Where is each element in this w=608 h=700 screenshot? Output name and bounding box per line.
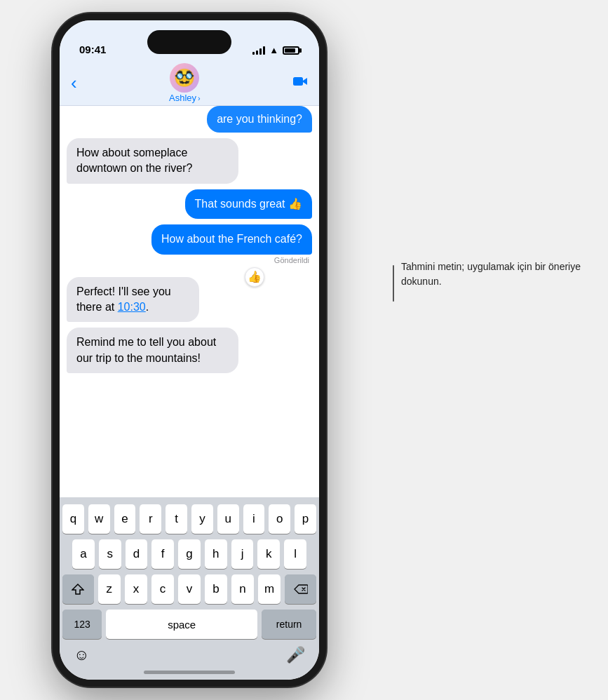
keyboard-row-1: q w e r t y u i o p [62,504,316,534]
key-h[interactable]: h [205,539,227,569]
key-r[interactable]: r [140,504,161,534]
key-l[interactable]: l [284,539,306,569]
key-f[interactable]: f [151,539,174,569]
delivered-label: Gönderildi [274,256,312,264]
signal-icon [252,46,265,55]
message-bubble: How about the French café? [151,224,312,254]
key-g[interactable]: g [178,539,201,569]
message-text: are you thinking? [217,113,302,125]
annotation-area: Tahmini metin; uygulamak için bir öneriy… [393,260,596,302]
message-text: Perfect! I'll see you there at 10:30. [76,285,171,313]
video-call-button[interactable] [292,75,308,91]
message-bubble: That sounds great 👍 [185,189,312,219]
home-indicator [144,671,235,674]
time-link[interactable]: 10:30 [118,301,146,313]
message-text: Remind me to tell you about our trip to … [76,336,216,363]
key-p[interactable]: p [295,504,316,534]
key-e[interactable]: e [114,504,136,534]
message-text: How about the French café? [161,233,302,245]
svg-rect-0 [293,77,303,86]
avatar-emoji: 🥸 [174,68,195,88]
numbers-key[interactable]: 123 [62,610,102,639]
keyboard-row-2: a s d f g h j k l [62,539,316,569]
message-bubble: are you thinking? [207,106,312,133]
message-row: That sounds great 👍 [67,189,312,219]
key-s[interactable]: s [99,539,121,569]
key-c[interactable]: c [151,574,174,604]
contact-name: Ashley › [169,93,201,103]
contact-header[interactable]: 🥸 Ashley › [169,63,201,103]
key-t[interactable]: t [165,504,187,534]
message-bubble: Remind me to tell you about our trip to … [67,328,238,373]
message-row: How about someplace downtown on the rive… [67,138,312,184]
annotation-text: Tahmini metin; uygulamak için bir öneriy… [401,260,596,289]
wifi-icon: ▲ [269,45,278,55]
message-text: That sounds great 👍 [195,198,302,210]
key-z[interactable]: z [98,574,121,604]
nav-bar: ‹ 🥸 Ashley › [60,61,319,106]
emoji-button[interactable]: ☺ [74,646,89,664]
key-i[interactable]: i [243,504,265,534]
space-key[interactable]: space [106,610,257,639]
key-a[interactable]: a [72,539,95,569]
back-button[interactable]: ‹ [71,72,77,94]
key-o[interactable]: o [269,504,290,534]
key-y[interactable]: y [191,504,213,534]
key-d[interactable]: d [126,539,148,569]
status-icons: ▲ [252,45,299,55]
tapback-reaction: 👍 [245,267,264,287]
microphone-button[interactable]: 🎤 [286,646,305,664]
status-time: 09:41 [79,43,106,55]
key-k[interactable]: k [257,539,280,569]
message-row: are you thinking? [67,113,312,133]
key-w[interactable]: w [88,504,110,534]
dynamic-island [147,30,231,54]
shift-key[interactable] [62,574,94,604]
battery-icon [283,46,299,55]
key-x[interactable]: x [125,574,147,604]
key-n[interactable]: n [231,574,254,604]
key-q[interactable]: q [62,504,84,534]
key-u[interactable]: u [217,504,239,534]
key-m[interactable]: m [258,574,281,604]
message-text: How about someplace downtown on the rive… [76,147,192,174]
keyboard-row-3: z x c v b n m [62,574,316,604]
message-row: How about the French café? Gönderildi [67,224,312,264]
key-j[interactable]: j [231,539,254,569]
message-bubble: Perfect! I'll see you there at 10:30. [67,277,199,323]
avatar: 🥸 [170,63,199,93]
keyboard: q w e r t y u i o p a s d f g h j k [60,497,319,680]
key-v[interactable]: v [178,574,201,604]
keyboard-row-4: 123 space return [62,610,316,639]
message-bubble: How about someplace downtown on the rive… [67,138,238,184]
key-b[interactable]: b [205,574,227,604]
delete-key[interactable] [285,574,316,604]
return-key[interactable]: return [262,610,316,639]
annotation-bracket [393,265,394,302]
message-row: Remind me to tell you about our trip to … [67,328,312,373]
message-row: Perfect! I'll see you there at 10:30. 👍 [67,277,312,323]
